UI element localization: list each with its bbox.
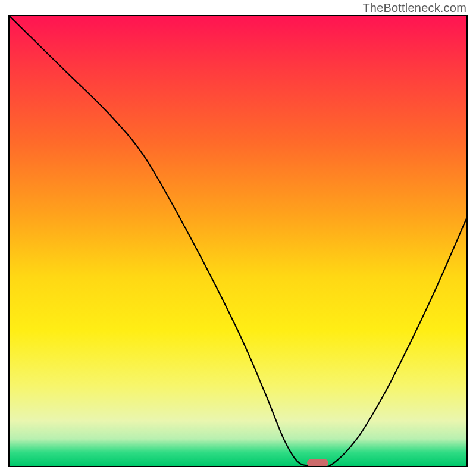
curve-path bbox=[10, 16, 466, 466]
bottleneck-curve bbox=[10, 16, 466, 466]
watermark-text: TheBottleneck.com bbox=[362, 1, 466, 15]
chart-frame bbox=[8, 15, 468, 467]
optimal-point-marker bbox=[307, 459, 328, 466]
